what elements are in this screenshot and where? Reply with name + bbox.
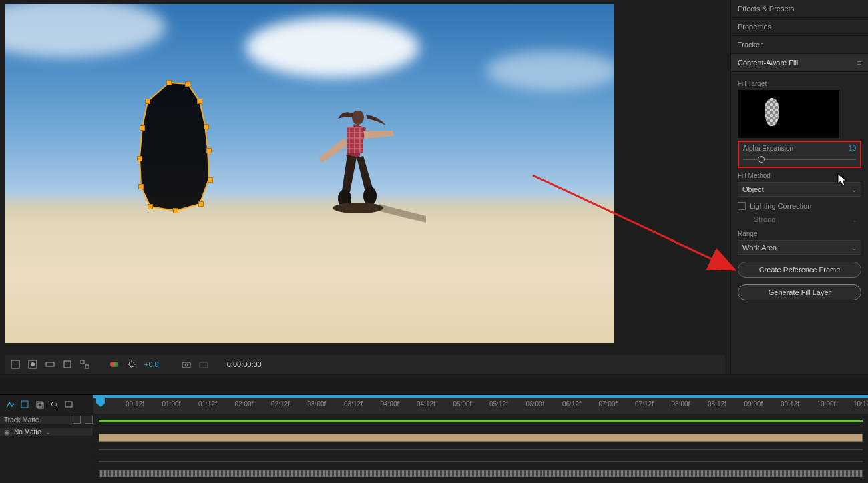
ruler-tick: 03:12f <box>344 400 363 408</box>
panel-tab-content-aware-fill[interactable]: Content-Aware Fill ≡ <box>731 54 868 72</box>
svg-rect-9 <box>11 360 19 368</box>
alpha-expansion-control[interactable]: Alpha Expansion 10 <box>738 141 861 168</box>
color-mgmt-icon[interactable] <box>108 358 120 370</box>
snapshot-icon[interactable] <box>180 358 192 370</box>
exposure-icon[interactable] <box>126 358 138 370</box>
audio-waveform[interactable] <box>93 468 868 468</box>
ruler-tick: 10:00f <box>817 400 836 408</box>
content-aware-fill-panel: Fill Target Alpha Expansion 10 Fill Meth… <box>731 72 868 304</box>
ruler-tick: 02:12f <box>271 400 290 408</box>
ruler-tick: 01:12f <box>198 400 217 408</box>
panel-tab-tracker[interactable]: Tracker <box>731 36 868 54</box>
graph-editor-icon[interactable] <box>4 398 16 410</box>
alpha-expansion-value[interactable]: 10 <box>849 145 856 152</box>
ruler-tick: 01:00f <box>162 400 181 408</box>
right-panel-stack: Effects & Presets Properties Tracker Con… <box>730 0 868 374</box>
fill-method-select[interactable]: Object ⌄ <box>738 182 861 197</box>
create-reference-frame-button[interactable]: Create Reference Frame <box>738 262 861 278</box>
track-matte-label: Track Matte <box>4 416 39 424</box>
ruler-tick: 03:00f <box>308 400 327 408</box>
fill-target-label: Fill Target <box>738 80 861 87</box>
svg-rect-19 <box>182 362 190 368</box>
show-snapshot-icon[interactable] <box>198 358 210 370</box>
panel-menu-icon[interactable]: ≡ <box>857 59 861 67</box>
ruler-tick: 10:12 <box>853 400 868 408</box>
range-select[interactable]: Work Area ⌄ <box>738 240 861 255</box>
alpha-expansion-label: Alpha Expansion <box>743 145 793 152</box>
timeline-toolbar <box>0 395 93 414</box>
lighting-strength-select: Strong ⌄ <box>738 213 861 226</box>
ruler-tick: 05:00f <box>453 400 472 408</box>
fill-target-preview <box>738 90 839 138</box>
panel-title: Content-Aware Fill <box>738 59 798 67</box>
resolution-icon[interactable] <box>61 358 73 370</box>
svg-rect-15 <box>85 365 89 368</box>
lighting-correction-label: Lighting Correction <box>750 202 811 210</box>
chevron-down-icon: ⌄ <box>851 244 857 252</box>
svg-rect-13 <box>64 361 71 368</box>
fill-method-label: Fill Method <box>738 172 861 179</box>
svg-point-5 <box>333 203 383 213</box>
channels-icon[interactable] <box>44 358 56 370</box>
svg-rect-23 <box>21 401 28 408</box>
ruler-tick: 09:12f <box>781 400 799 408</box>
composition-viewer: +0.0 0:00:00:00 <box>0 0 730 374</box>
svg-rect-26 <box>65 402 72 407</box>
mask-toggle-icon[interactable] <box>27 358 39 370</box>
lighting-correction-checkbox[interactable] <box>738 202 746 210</box>
svg-rect-14 <box>81 360 84 364</box>
exposure-value[interactable]: +0.0 <box>143 360 160 368</box>
ruler-tick: 06:00f <box>526 400 545 408</box>
svg-rect-25 <box>38 403 43 408</box>
ruler-tick: 00:12f <box>126 400 144 408</box>
timecode-display[interactable]: 0:00:00:00 <box>227 360 262 368</box>
svg-point-17 <box>113 362 118 367</box>
link-icon[interactable] <box>48 398 60 410</box>
chevron-down-icon[interactable]: ⌄ <box>45 428 51 436</box>
ruler-tick: 06:12f <box>562 400 581 408</box>
layer-bar[interactable] <box>93 432 868 432</box>
toggle-a[interactable] <box>73 416 81 424</box>
video-subject <box>306 111 426 237</box>
svg-point-4 <box>363 187 377 205</box>
chevron-down-icon: ⌄ <box>852 216 857 223</box>
ruler-tick: 07:12f <box>635 400 654 408</box>
ruler-tick: 07:00f <box>599 400 618 408</box>
svg-rect-12 <box>46 362 54 366</box>
svg-rect-2 <box>347 127 363 153</box>
layer-switches-icon[interactable] <box>19 398 31 410</box>
grid-icon[interactable] <box>9 358 21 370</box>
playhead[interactable] <box>96 398 105 414</box>
generate-fill-layer-button[interactable]: Generate Fill Layer <box>738 284 861 300</box>
timeline-panel: 00:12f01:00f01:12f02:00f02:12f03:00f03:1… <box>0 395 868 483</box>
svg-point-18 <box>129 362 134 367</box>
svg-point-11 <box>31 362 35 366</box>
ruler-tick: 08:12f <box>708 400 726 408</box>
chevron-down-icon: ⌄ <box>851 186 857 193</box>
svg-rect-21 <box>200 362 208 368</box>
ruler-tick: 04:00f <box>381 400 399 408</box>
panel-tab-properties[interactable]: Properties <box>731 18 868 36</box>
ruler-tick: 02:00f <box>235 400 254 408</box>
svg-point-20 <box>185 364 188 366</box>
timeline-ruler[interactable]: 00:12f01:00f01:12f02:00f02:12f03:00f03:1… <box>93 395 868 414</box>
ruler-tick: 05:12f <box>489 400 508 408</box>
region-icon[interactable] <box>79 358 91 370</box>
toggle-b[interactable] <box>85 416 93 424</box>
range-label: Range <box>738 230 861 237</box>
svg-rect-24 <box>37 402 42 407</box>
track-bar-area[interactable] <box>93 420 868 420</box>
alpha-expansion-slider[interactable] <box>743 159 856 160</box>
viewer-footer-bar: +0.0 0:00:00:00 <box>5 355 725 374</box>
svg-point-0 <box>352 111 364 125</box>
copy-icon[interactable] <box>33 398 45 410</box>
panel-tab-effects[interactable]: Effects & Presets <box>731 0 868 18</box>
mask-selection[interactable] <box>136 79 222 220</box>
ruler-tick: 04:12f <box>417 400 435 408</box>
matte-select[interactable]: No Matte <box>14 428 41 436</box>
ruler-tick: 08:00f <box>672 400 690 408</box>
ruler-tick: 09:00f <box>744 400 763 408</box>
eye-icon[interactable]: ◉ <box>4 428 10 436</box>
preview-image[interactable] <box>5 4 614 343</box>
marker-icon[interactable] <box>63 398 75 410</box>
